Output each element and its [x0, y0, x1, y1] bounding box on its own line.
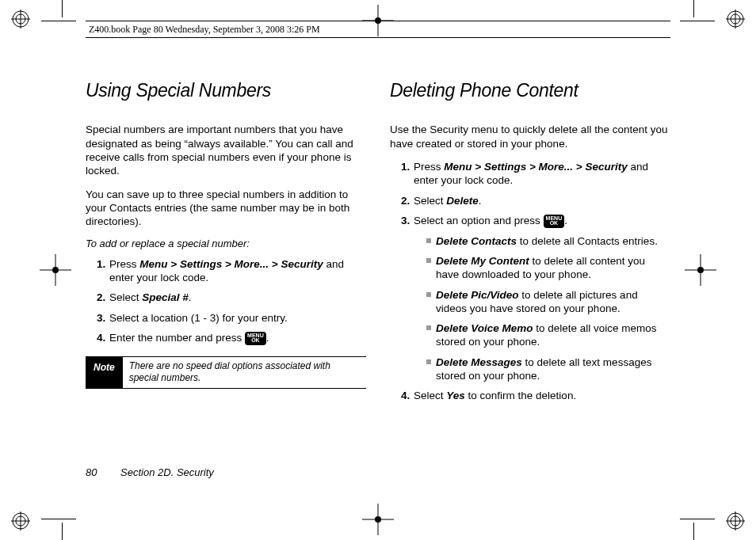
right-column: Deleting Phone Content Use the Security … — [390, 79, 670, 492]
step-item: 1. Press Menu > Settings > More... > Sec… — [401, 160, 670, 188]
crop-line — [680, 519, 715, 519]
crop-mark-icon — [685, 254, 716, 286]
header-text: Z400.book Page 80 Wednesday, September 3… — [89, 24, 320, 35]
left-column: Using Special Numbers Special numbers ar… — [86, 79, 366, 492]
crop-line — [693, 0, 694, 17]
steps-list: 1. Press Menu > Settings > More... > Sec… — [86, 257, 366, 345]
step-item: 3. Select a location (1 - 3) for your en… — [97, 311, 366, 325]
page-number: 80 — [86, 466, 97, 478]
subheading: To add or replace a special number: — [86, 238, 366, 251]
body-text: Special numbers are important numbers th… — [86, 123, 366, 177]
options-list: Delete Contacts to delete all Contacts e… — [414, 234, 670, 382]
step-item: 4. Select Yes to confirm the deletion. — [401, 389, 670, 402]
registration-mark-icon — [11, 511, 30, 530]
step-item: 4. Enter the number and press MENUOK. — [97, 331, 366, 345]
crop-mark-icon — [40, 254, 71, 286]
option-item: Delete Messages to delete all text messa… — [426, 356, 670, 383]
step-item: 3. Select an option and press MENUOK. De… — [401, 214, 670, 382]
page-header: Z400.book Page 80 Wednesday, September 3… — [86, 21, 670, 38]
section-label: Section 2D. Security — [120, 466, 214, 478]
option-item: Delete My Content to delete all content … — [426, 254, 670, 282]
note-text: There are no speed dial options associat… — [123, 357, 366, 388]
section-heading-special-numbers: Using Special Numbers — [86, 79, 366, 102]
crop-mark-icon — [362, 504, 394, 535]
crop-line — [680, 21, 715, 21]
section-heading-deleting-content: Deleting Phone Content — [390, 79, 670, 102]
step-item: 1. Press Menu > Settings > More... > Sec… — [97, 257, 366, 285]
step-item: 2. Select Delete. — [401, 194, 670, 207]
option-item: Delete Voice Memo to delete all voice me… — [426, 321, 670, 349]
page-footer: 80 Section 2D. Security — [86, 466, 214, 478]
step-item: 2. Select Special #. — [97, 291, 366, 304]
body-text: You can save up to three special numbers… — [86, 188, 366, 229]
menu-ok-key-icon: MENUOK — [245, 332, 266, 345]
crop-line — [62, 0, 63, 17]
option-item: Delete Contacts to delete all Contacts e… — [426, 234, 670, 248]
page-content: Using Special Numbers Special numbers ar… — [86, 79, 670, 492]
note-box: Note There are no speed dial options ass… — [86, 356, 366, 389]
registration-mark-icon — [726, 10, 745, 29]
menu-ok-key-icon: MENUOK — [544, 215, 565, 228]
option-item: Delete Pic/Video to delete all pictures … — [426, 288, 670, 316]
crop-line — [693, 523, 694, 540]
note-label: Note — [86, 357, 123, 388]
registration-mark-icon — [11, 10, 30, 29]
registration-mark-icon — [726, 511, 745, 530]
crop-line — [41, 519, 76, 519]
steps-list: 1. Press Menu > Settings > More... > Sec… — [390, 160, 670, 402]
crop-line — [41, 21, 76, 21]
crop-line — [62, 523, 63, 540]
body-text: Use the Security menu to quickly delete … — [390, 123, 670, 150]
